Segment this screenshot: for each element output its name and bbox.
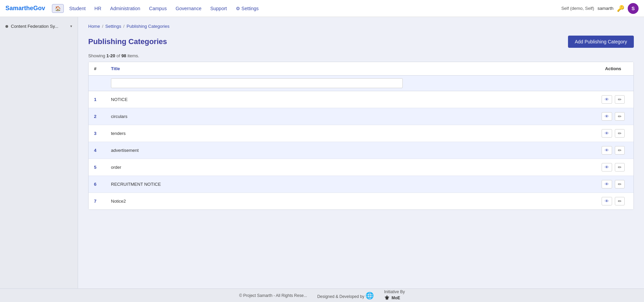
row-num: 6 xyxy=(89,176,106,193)
view-button[interactable]: 👁 xyxy=(602,146,612,155)
publishing-categories-table: # Title Actions xyxy=(89,62,633,209)
view-button[interactable]: 👁 xyxy=(602,197,612,205)
footer-designed-by: Designed & Developed by 🌐 xyxy=(317,291,374,300)
row-title: RECRUITMENT NOTICE xyxy=(106,176,593,193)
main-content: Home / Settings / Publishing Categories … xyxy=(78,17,644,288)
footer-initiative-by: Initiative By ⚜ MoE xyxy=(384,289,405,302)
row-title: advertisement xyxy=(106,142,593,159)
col-number-header: # xyxy=(89,62,106,76)
avatar[interactable]: S xyxy=(628,3,639,14)
search-input[interactable] xyxy=(111,78,403,88)
sidebar: Content Federation Sy... ▾ xyxy=(0,17,78,288)
nav-right: Self (demo, Self) samarth 🔑 S xyxy=(561,3,639,14)
nav-governance[interactable]: Governance xyxy=(172,4,205,13)
showing-of: of xyxy=(116,53,120,58)
row-num: 5 xyxy=(89,159,106,176)
navbar: SamartheGov 🏠 Student HR Administration … xyxy=(0,0,644,17)
sidebar-dot-icon xyxy=(5,25,8,28)
moe-label: MoE xyxy=(392,296,400,300)
row-actions: 👁 ✏ xyxy=(593,125,633,142)
breadcrumb-sep-2: / xyxy=(123,24,125,29)
row-actions: 👁 ✏ xyxy=(593,142,633,159)
edit-button[interactable]: ✏ xyxy=(615,112,625,121)
nav-student[interactable]: Student xyxy=(66,4,89,13)
edit-button[interactable]: ✏ xyxy=(615,146,625,155)
username-label: samarth xyxy=(598,6,613,11)
breadcrumb-current: Publishing Categories xyxy=(127,24,169,29)
showing-suffix: items. xyxy=(128,53,139,58)
key-icon: 🔑 xyxy=(617,5,624,12)
add-publishing-category-button[interactable]: Add Publishing Category xyxy=(568,36,634,48)
table-row: 5 order 👁 ✏ xyxy=(89,159,633,176)
sidebar-item-label: Content Federation Sy... xyxy=(11,24,68,29)
view-button[interactable]: 👁 xyxy=(602,95,612,104)
nav-administration[interactable]: Administration xyxy=(107,4,144,13)
col-actions-header: Actions xyxy=(593,62,633,76)
edit-button[interactable]: ✏ xyxy=(615,129,625,138)
brand-egov: eGov xyxy=(30,5,45,12)
table-header-row: # Title Actions xyxy=(89,62,633,76)
edit-button[interactable]: ✏ xyxy=(615,163,625,172)
row-actions: 👁 ✏ xyxy=(593,193,633,210)
row-actions: 👁 ✏ xyxy=(593,108,633,125)
showing-range: 1-20 xyxy=(107,53,115,58)
view-button[interactable]: 👁 xyxy=(602,129,612,138)
user-info: Self (demo, Self) xyxy=(561,6,594,11)
row-num: 2 xyxy=(89,108,106,125)
view-button[interactable]: 👁 xyxy=(602,163,612,172)
home-button[interactable]: 🏠 xyxy=(52,4,64,13)
page-title: Publishing Categories xyxy=(88,37,167,46)
row-num: 7 xyxy=(89,193,106,210)
nav-settings[interactable]: ⚙ Settings xyxy=(232,4,262,13)
brand-samarth: Samarth xyxy=(5,5,30,12)
nav-items: 🏠 Student HR Administration Campus Gover… xyxy=(52,4,561,13)
search-actions-cell xyxy=(593,76,633,91)
table-row: 7 Notice2 👁 ✏ xyxy=(89,193,633,210)
nav-hr[interactable]: HR xyxy=(91,4,105,13)
nav-campus[interactable]: Campus xyxy=(146,4,170,13)
row-title: Notice2 xyxy=(106,193,593,210)
table-row: 4 advertisement 👁 ✏ xyxy=(89,142,633,159)
breadcrumb-settings[interactable]: Settings xyxy=(105,24,121,29)
layout: Content Federation Sy... ▾ Home / Settin… xyxy=(0,17,644,288)
sidebar-item-content-federation[interactable]: Content Federation Sy... ▾ xyxy=(0,20,78,32)
search-num-cell xyxy=(89,76,106,91)
search-row xyxy=(89,76,633,91)
view-button[interactable]: 👁 xyxy=(602,112,612,121)
row-title: NOTICE xyxy=(106,91,593,108)
row-title: circulars xyxy=(106,108,593,125)
page-header: Publishing Categories Add Publishing Cat… xyxy=(88,36,634,48)
breadcrumb-home[interactable]: Home xyxy=(88,24,100,29)
row-num: 4 xyxy=(89,142,106,159)
table-container: # Title Actions xyxy=(88,62,634,210)
breadcrumb-sep-1: / xyxy=(102,24,103,29)
row-num: 1 xyxy=(89,91,106,108)
table-row: 2 circulars 👁 ✏ xyxy=(89,108,633,125)
edit-button[interactable]: ✏ xyxy=(615,180,625,188)
designed-by-logo: 🌐 xyxy=(365,292,374,299)
row-num: 3 xyxy=(89,125,106,142)
nav-support[interactable]: Support xyxy=(207,4,230,13)
moe-badge: ⚜ MoE xyxy=(384,294,405,302)
table-row: 3 tenders 👁 ✏ xyxy=(89,125,633,142)
search-input-cell xyxy=(106,76,593,91)
showing-total: 98 xyxy=(121,53,126,58)
col-title-header[interactable]: Title xyxy=(106,62,593,76)
breadcrumb: Home / Settings / Publishing Categories xyxy=(88,24,634,29)
edit-button[interactable]: ✏ xyxy=(615,197,625,205)
table-row: 1 NOTICE 👁 ✏ xyxy=(89,91,633,108)
row-title: order xyxy=(106,159,593,176)
footer-copyright: © Project Samarth - All Rights Rese... xyxy=(239,293,307,298)
row-actions: 👁 ✏ xyxy=(593,159,633,176)
footer: © Project Samarth - All Rights Rese... D… xyxy=(0,288,644,302)
showing-prefix: Showing xyxy=(88,53,105,58)
showing-info: Showing 1-20 of 98 items. xyxy=(88,53,634,58)
moe-emblem-icon: ⚜ xyxy=(384,294,390,302)
table-row: 6 RECRUITMENT NOTICE 👁 ✏ xyxy=(89,176,633,193)
view-button[interactable]: 👁 xyxy=(602,180,612,188)
edit-button[interactable]: ✏ xyxy=(615,95,625,104)
brand-logo: SamartheGov xyxy=(5,5,45,12)
row-title: tenders xyxy=(106,125,593,142)
row-actions: 👁 ✏ xyxy=(593,176,633,193)
row-actions: 👁 ✏ xyxy=(593,91,633,108)
